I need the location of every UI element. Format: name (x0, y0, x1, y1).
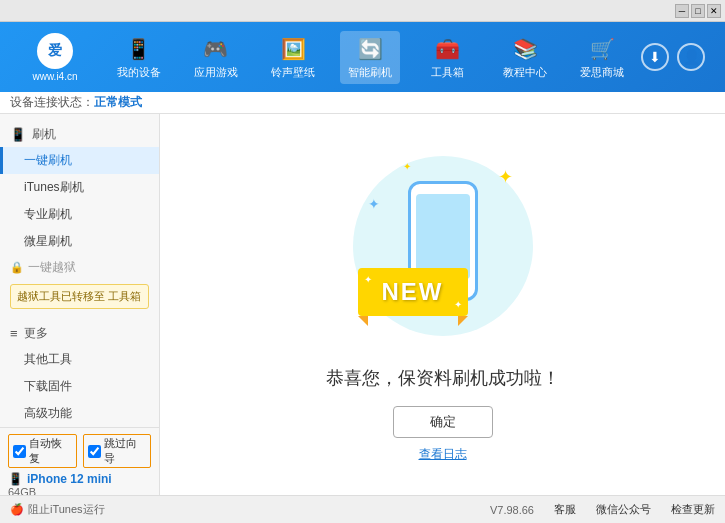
itunes-status-area: 🍎 阻止iTunes运行 (10, 502, 105, 517)
user-button[interactable]: 👤 (677, 43, 705, 71)
nav-item-toolbox[interactable]: 🧰 工具箱 (418, 31, 478, 84)
phone-small-icon: 📱 (8, 472, 23, 486)
logo-area: 爱 www.i4.cn (10, 33, 100, 82)
ribbon-tail-left (358, 316, 368, 326)
wallpaper-icon: 🖼️ (279, 35, 307, 63)
tutorial-icon: 📚 (511, 35, 539, 63)
logo-text: www.i4.cn (32, 71, 77, 82)
download-firmware-label: 下载固件 (24, 379, 72, 393)
sparkle-icon-3: ✦ (403, 161, 411, 172)
illustration: ✦ ✦ ✦ NEW ✦ ✦ (343, 146, 543, 346)
device-name-row: 📱 iPhone 12 mini (8, 472, 151, 486)
skip-wizard-input[interactable] (88, 445, 101, 458)
customer-service-link[interactable]: 客服 (554, 502, 576, 517)
nav-item-device[interactable]: 📱 我的设备 (109, 31, 169, 84)
nav-label-store: 爱思商城 (580, 65, 624, 80)
lock-icon: 🔒 (10, 261, 24, 274)
sidebar-section-flash: 📱 刷机 (0, 122, 159, 147)
main-body: 📱 刷机 一键刷机 iTunes刷机 专业刷机 微星刷机 🔒 一键越狱 越狱工具… (0, 114, 725, 495)
confirm-button[interactable]: 确定 (393, 406, 493, 438)
version-text: V7.98.66 (490, 504, 534, 516)
nav-item-smart-flash[interactable]: 🔄 智能刷机 (340, 31, 400, 84)
sidebar-item-advanced[interactable]: 高级功能 (0, 400, 159, 427)
more-section-label: 更多 (24, 325, 48, 342)
itunes-status-text: 阻止iTunes运行 (28, 502, 105, 517)
nav-items: 📱 我的设备 🎮 应用游戏 🖼️ 铃声壁纸 🔄 智能刷机 🧰 工具箱 📚 教程中… (100, 31, 641, 84)
ribbon-star-1: ✦ (364, 274, 372, 285)
check-update-link[interactable]: 检查更新 (671, 502, 715, 517)
jailbreak-label: 一键越狱 (28, 259, 76, 276)
logo-symbol: 爱 (48, 42, 62, 60)
itunes-status-icon: 🍎 (10, 503, 24, 516)
minimize-button[interactable]: ─ (675, 4, 689, 18)
status-label: 设备连接状态： (10, 94, 94, 111)
download-button[interactable]: ⬇ (641, 43, 669, 71)
skip-wizard-checkbox[interactable]: 跳过向导 (83, 434, 152, 468)
device-storage: 64GB (8, 486, 151, 495)
skip-wizard-label: 跳过向导 (104, 436, 147, 466)
more-section-icon: ≡ (10, 326, 18, 341)
nav-item-apps[interactable]: 🎮 应用游戏 (186, 31, 246, 84)
ribbon: NEW ✦ ✦ (358, 268, 468, 326)
ribbon-star-2: ✦ (454, 299, 462, 310)
logo-icon: 爱 (37, 33, 73, 69)
jailbreak-info-box: 越狱工具已转移至 工具箱 (10, 284, 149, 309)
sparkle-icon-1: ✦ (498, 166, 513, 188)
nav-label-tutorial: 教程中心 (503, 65, 547, 80)
advanced-label: 高级功能 (24, 406, 72, 420)
sidebar-item-itunes-flash[interactable]: iTunes刷机 (0, 174, 159, 201)
itunes-flash-label: iTunes刷机 (24, 180, 84, 194)
center-area: ✦ ✦ ✦ NEW ✦ ✦ (160, 114, 725, 495)
nav-item-wallpaper[interactable]: 🖼️ 铃声壁纸 (263, 31, 323, 84)
header: 爱 www.i4.cn 📱 我的设备 🎮 应用游戏 🖼️ 铃声壁纸 🔄 智能刷机… (0, 22, 725, 92)
nav-item-tutorial[interactable]: 📚 教程中心 (495, 31, 555, 84)
flash-section-icon: 📱 (10, 127, 26, 142)
apps-icon: 🎮 (202, 35, 230, 63)
nav-item-store[interactable]: 🛒 爱思商城 (572, 31, 632, 84)
bottom-right-area: V7.98.66 客服 微信公众号 检查更新 (490, 502, 715, 517)
nav-label-wallpaper: 铃声壁纸 (271, 65, 315, 80)
bottom-status-bar: 🍎 阻止iTunes运行 V7.98.66 客服 微信公众号 检查更新 (0, 495, 725, 523)
sidebar-section-more: ≡ 更多 (0, 321, 159, 346)
sidebar-item-pro-flash[interactable]: 专业刷机 (0, 201, 159, 228)
success-message: 恭喜您，保资料刷机成功啦！ (326, 366, 560, 390)
device-icon: 📱 (125, 35, 153, 63)
view-log-link[interactable]: 查看日志 (419, 446, 467, 463)
smart-flash-icon: 🔄 (356, 35, 384, 63)
new-text: NEW (382, 278, 444, 306)
close-button[interactable]: ✕ (707, 4, 721, 18)
jailbreak-info-text: 越狱工具已转移至 工具箱 (17, 290, 141, 302)
ribbon-body: NEW ✦ ✦ (358, 268, 468, 316)
wechat-link[interactable]: 微信公众号 (596, 502, 651, 517)
store-icon: 🛒 (588, 35, 616, 63)
sidebar-item-jailbreak: 🔒 一键越狱 (0, 255, 159, 280)
auto-restore-input[interactable] (13, 445, 26, 458)
nav-label-apps: 应用游戏 (194, 65, 238, 80)
flash-section-label: 刷机 (32, 126, 56, 143)
maximize-button[interactable]: □ (691, 4, 705, 18)
nav-label-toolbox: 工具箱 (431, 65, 464, 80)
ribbon-tail-right (458, 316, 468, 326)
one-key-flash-label: 一键刷机 (24, 153, 72, 167)
device-name: iPhone 12 mini (27, 472, 112, 486)
window-controls[interactable]: ─ □ ✕ (675, 4, 721, 18)
status-value: 正常模式 (94, 94, 142, 111)
phone-screen (416, 194, 470, 279)
sparkle-icon-2: ✦ (368, 196, 380, 212)
nav-label-smart-flash: 智能刷机 (348, 65, 392, 80)
sidebar-item-download-firmware[interactable]: 下载固件 (0, 373, 159, 400)
auto-restore-label: 自动恢复 (29, 436, 72, 466)
sidebar-item-one-key-flash[interactable]: 一键刷机 (0, 147, 159, 174)
sidebar: 📱 刷机 一键刷机 iTunes刷机 专业刷机 微星刷机 🔒 一键越狱 越狱工具… (0, 114, 160, 495)
nav-label-device: 我的设备 (117, 65, 161, 80)
device-status-bar: 设备连接状态： 正常模式 (0, 92, 725, 114)
header-right: ⬇ 👤 (641, 43, 715, 71)
sidebar-item-micro-flash[interactable]: 微星刷机 (0, 228, 159, 255)
ribbon-tails (358, 316, 468, 326)
auto-restore-checkbox[interactable]: 自动恢复 (8, 434, 77, 468)
pro-flash-label: 专业刷机 (24, 207, 72, 221)
sidebar-checkbox-area: 自动恢复 跳过向导 📱 iPhone 12 mini 64GB Down-12m… (0, 427, 159, 495)
device-info: 📱 iPhone 12 mini 64GB Down-12mini-13,1 (8, 472, 151, 495)
sidebar-item-other-tools[interactable]: 其他工具 (0, 346, 159, 373)
title-bar: ─ □ ✕ (0, 0, 725, 22)
